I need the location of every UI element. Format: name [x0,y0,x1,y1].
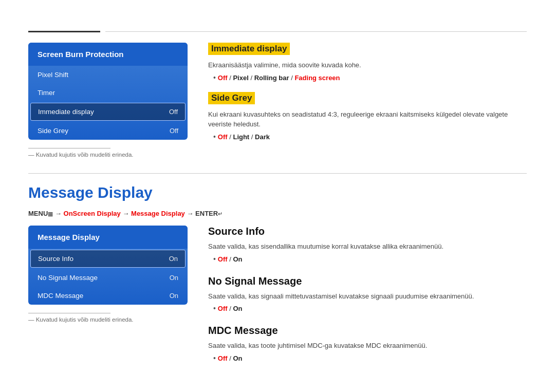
message-display-main: Message Display Source Info On No Signal… [28,226,527,371]
message-display-menu-title: Message Display [38,233,100,241]
no-signal-options: Off / On [213,304,527,312]
breadcrumb-menu: MENU [28,210,48,217]
no-signal-option-item: Off / On [213,304,527,312]
top-divider [0,31,555,32]
mdc-message-title: MDC Message [208,325,527,337]
side-grey-section: Side Grey Kui ekraani kuvasuhteks on sea… [208,92,527,141]
top-main-content: Screen Burn Protection Pixel Shift Timer… [0,43,555,158]
message-display-left: Message Display Source Info On No Signal… [28,226,188,371]
menu-item-value: Off [169,108,178,116]
immediate-display-option-list-item: Off / Pixel / Rolling bar / Fading scree… [213,73,527,82]
menu-item-label: No Signal Message [38,274,98,282]
breadcrumb-enter: ENTER [195,210,218,217]
divider-dark [28,31,100,32]
breadcrumb-menu-icon: ▦ [48,211,53,217]
immediate-display-desc: Ekraanisäästja valimine, mida soovite ku… [208,60,527,70]
message-display-footnote: — Kuvatud kujutis võib mudeliti erineda. [28,316,188,323]
page-title: Message Display [28,184,527,201]
screen-burn-title: Screen Burn Protection [38,50,124,59]
menu-item-label: Side Grey [38,127,68,135]
message-display-section: Message Display MENU▦ → OnScreen Display… [0,184,555,371]
menu-item-value: On [170,292,178,300]
screen-burn-right-panel: Immediate display Ekraanisäästja valimin… [208,43,527,158]
menu-item-value: On [169,255,178,263]
immediate-display-option: Off / Pixel / Rolling bar / Fading scree… [218,74,340,82]
no-signal-section: No Signal Message Saate valida, kas sign… [208,275,527,313]
menu-item-label: Immediate display [38,108,94,116]
breadcrumb: MENU▦ → OnScreen Display → Message Displ… [28,210,527,217]
menu-item-timer[interactable]: Timer [28,84,188,102]
screen-burn-menu: Screen Burn Protection Pixel Shift Timer… [28,43,188,140]
menu-item-side-grey[interactable]: Side Grey Off [28,122,188,140]
menu-item-value: On [170,274,178,282]
menu-item-label: Source Info [38,255,73,263]
side-grey-options: Off / Light / Dark [213,133,527,141]
immediate-display-title: Immediate display [208,43,290,55]
source-info-title: Source Info [208,226,527,237]
screen-burn-header: Screen Burn Protection [28,43,188,66]
message-display-right: Source Info Saate valida, kas sisendalli… [208,226,527,371]
menu-item-source-info[interactable]: Source Info On [30,250,186,268]
menu-item-label: Pixel Shift [38,71,68,79]
immediate-display-section: Immediate display Ekraanisäästja valimin… [208,43,527,82]
menu-item-label: Timer [38,89,55,97]
mdc-message-options: Off / On [213,354,527,362]
menu-item-pixel-shift[interactable]: Pixel Shift [28,66,188,84]
screen-burn-panel: Screen Burn Protection Pixel Shift Timer… [28,43,188,158]
footnote-line [28,148,110,148]
breadcrumb-arrow3: → [187,210,195,217]
breadcrumb-arrow2: → [122,210,131,217]
menu-item-value: Off [170,127,178,135]
message-display-menu: Message Display Source Info On No Signal… [28,226,188,305]
breadcrumb-current: Message Display [131,210,185,217]
source-info-option-item: Off / On [213,255,527,263]
menu-item-mdc-message[interactable]: MDC Message On [28,287,188,305]
source-info-desc: Saate valida, kas sisendallika muutumise… [208,241,527,252]
side-grey-desc: Kui ekraani kuvasuhteks on seadistatud 4… [208,109,527,129]
footnote-line-bottom [28,313,110,313]
immediate-display-options: Off / Pixel / Rolling bar / Fading scree… [213,73,527,82]
no-signal-desc: Saate valida, kas signaali mittetuvastam… [208,291,527,302]
mdc-message-desc: Saate valida, kas toote juhtimisel MDC-g… [208,341,527,351]
side-grey-title: Side Grey [208,92,255,104]
breadcrumb-enter-icon: ↵ [218,211,223,217]
mdc-message-section: MDC Message Saate valida, kas toote juht… [208,325,527,362]
section-divider [28,173,527,174]
source-info-options: Off / On [213,255,527,263]
side-grey-option: Off / Light / Dark [218,133,270,141]
mdc-message-option-item: Off / On [213,354,527,362]
menu-item-label: MDC Message [38,292,83,300]
breadcrumb-arrow1: → [55,210,64,217]
menu-item-no-signal[interactable]: No Signal Message On [28,269,188,287]
source-info-section: Source Info Saate valida, kas sisendalli… [208,226,527,263]
screen-burn-footnote: — Kuvatud kujutis võib mudeliti erineda. [28,152,188,158]
message-display-header: Message Display [28,226,188,249]
breadcrumb-onscreen: OnScreen Display [64,210,121,217]
no-signal-title: No Signal Message [208,275,527,287]
side-grey-option-list-item: Off / Light / Dark [213,133,527,141]
divider-light [105,31,527,32]
menu-item-immediate-display[interactable]: Immediate display Off [30,103,186,121]
